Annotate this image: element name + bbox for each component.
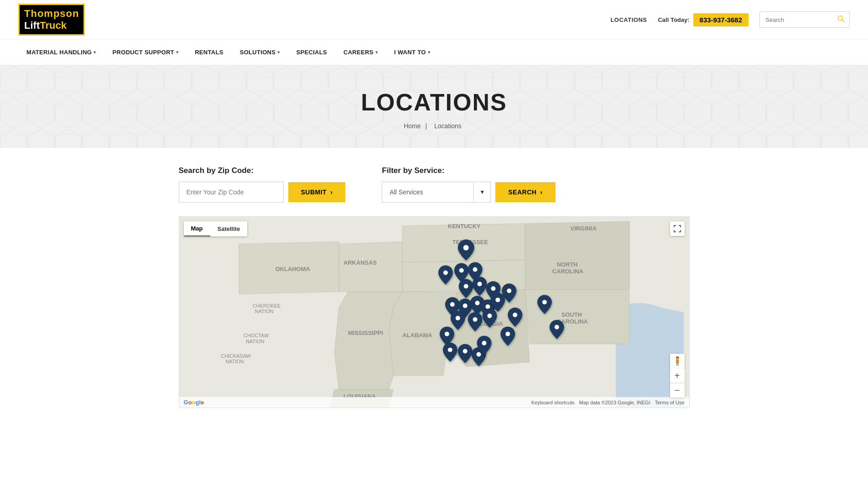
nav-item-i-want-to[interactable]: I WANT TO ▾ bbox=[386, 40, 438, 65]
svg-point-33 bbox=[485, 304, 490, 309]
svg-text:ALABAMA: ALABAMA bbox=[402, 332, 432, 339]
submit-arrow-icon: › bbox=[330, 188, 333, 196]
service-label: Filter by Service: bbox=[382, 166, 555, 175]
svg-text:CHEROKEE: CHEROKEE bbox=[252, 303, 280, 309]
svg-point-35 bbox=[455, 316, 460, 320]
street-view-button[interactable]: 🧍 bbox=[670, 354, 685, 368]
header: Thompson LiftTruck LOCATIONS Call Today:… bbox=[0, 0, 868, 40]
svg-point-36 bbox=[473, 317, 477, 322]
submit-button[interactable]: SUBMIT › bbox=[288, 182, 346, 202]
hero-banner: LOCATIONS Home | Locations bbox=[0, 66, 868, 148]
svg-text:KENTUCKY: KENTUCKY bbox=[447, 223, 480, 230]
zip-row: SUBMIT › bbox=[179, 182, 346, 203]
svg-line-1 bbox=[842, 20, 844, 22]
svg-point-0 bbox=[838, 16, 843, 21]
svg-text:NATION: NATION bbox=[225, 359, 244, 364]
breadcrumb: Home | Locations bbox=[9, 122, 859, 130]
service-row: All Services Forklift Sales Forklift Ren… bbox=[382, 182, 555, 203]
header-search-input[interactable] bbox=[760, 13, 833, 26]
service-section: Filter by Service: All Services Forklift… bbox=[382, 166, 555, 203]
chevron-down-icon: ▾ bbox=[428, 50, 430, 55]
logo-lift-truck: LiftTruck bbox=[24, 20, 67, 31]
logo-lift: Lift bbox=[24, 20, 40, 31]
search-arrow-icon: › bbox=[540, 188, 542, 196]
map-data-credit: Map data ©2023 Google, INEGI bbox=[579, 400, 650, 405]
nav-label-solutions: SOLUTIONS bbox=[240, 49, 276, 56]
nav-item-careers[interactable]: CAREERS ▾ bbox=[335, 40, 386, 65]
zoom-in-icon: + bbox=[675, 371, 680, 381]
svg-text:NATION: NATION bbox=[245, 339, 264, 344]
svg-point-43 bbox=[447, 348, 452, 352]
nav-label-product-support: PRODUCT SUPPORT bbox=[113, 49, 174, 56]
svg-point-34 bbox=[495, 298, 500, 302]
chevron-down-icon: ▾ bbox=[277, 50, 280, 55]
nav-item-material-handling[interactable]: MATERIAL HANDLING ▾ bbox=[18, 40, 104, 65]
call-today-label: Call Today: bbox=[658, 16, 689, 23]
search-button[interactable]: SEARCH › bbox=[495, 182, 555, 202]
service-select[interactable]: All Services Forklift Sales Forklift Ren… bbox=[382, 182, 473, 202]
svg-point-22 bbox=[463, 245, 468, 251]
map-zoom-in-button[interactable]: + bbox=[670, 368, 685, 383]
nav-label-i-want-to: I WANT TO bbox=[394, 49, 426, 56]
svg-point-46 bbox=[482, 341, 486, 345]
nav-label-careers: CAREERS bbox=[343, 49, 374, 56]
svg-text:OKLAHOMA: OKLAHOMA bbox=[275, 266, 310, 272]
zip-label: Search by Zip Code: bbox=[179, 166, 346, 175]
svg-point-23 bbox=[443, 270, 447, 275]
zip-code-input[interactable] bbox=[179, 182, 284, 203]
search-label: SEARCH bbox=[508, 188, 536, 196]
chevron-down-icon: ▾ bbox=[375, 50, 378, 55]
svg-point-38 bbox=[542, 300, 546, 304]
header-locations-link[interactable]: LOCATIONS bbox=[610, 16, 647, 23]
chevron-down-icon: ▾ bbox=[176, 50, 178, 55]
breadcrumb-home[interactable]: Home bbox=[404, 122, 421, 130]
map-view-toggle: Map Satellite bbox=[184, 221, 248, 236]
phone-number[interactable]: 833-937-3682 bbox=[693, 13, 748, 26]
svg-point-32 bbox=[475, 301, 479, 305]
svg-point-26 bbox=[463, 284, 468, 288]
service-dropdown-button[interactable]: ▼ bbox=[473, 183, 490, 202]
nav-item-specials[interactable]: SPECIALS bbox=[288, 40, 335, 65]
svg-text:CHICKASAW: CHICKASAW bbox=[221, 353, 251, 359]
svg-text:CAROLINA: CAROLINA bbox=[552, 268, 583, 275]
header-right: LOCATIONS Call Today: 833-937-3682 bbox=[610, 11, 850, 28]
nav-item-solutions[interactable]: SOLUTIONS ▾ bbox=[232, 40, 288, 65]
header-search-box bbox=[759, 11, 850, 28]
logo-truck: Truck bbox=[40, 20, 67, 31]
map-fullscreen-button[interactable] bbox=[670, 221, 685, 236]
svg-text:ARKANSAS: ARKANSAS bbox=[343, 259, 377, 266]
svg-point-45 bbox=[476, 352, 481, 357]
keyboard-shortcuts-link[interactable]: Keyboard shortcuts bbox=[531, 400, 575, 405]
submit-label: SUBMIT bbox=[301, 188, 327, 196]
svg-point-31 bbox=[463, 303, 467, 308]
nav-item-product-support[interactable]: PRODUCT SUPPORT ▾ bbox=[104, 40, 187, 65]
svg-point-44 bbox=[463, 349, 467, 354]
search-filter-row: Search by Zip Code: SUBMIT › Filter by S… bbox=[179, 166, 690, 203]
logo-area[interactable]: Thompson LiftTruck bbox=[18, 4, 85, 36]
map-view-button[interactable]: Map bbox=[184, 221, 210, 236]
svg-point-28 bbox=[491, 286, 495, 291]
svg-point-24 bbox=[459, 268, 463, 272]
header-call: Call Today: 833-937-3682 bbox=[658, 13, 748, 26]
svg-text:NORTH: NORTH bbox=[556, 261, 577, 268]
svg-text:VIRGINIA: VIRGINIA bbox=[570, 225, 596, 232]
terms-of-use-link[interactable]: Terms of Use bbox=[655, 400, 685, 405]
nav-item-rentals[interactable]: RENTALS bbox=[187, 40, 232, 65]
svg-text:NATION: NATION bbox=[255, 309, 273, 314]
search-icon bbox=[837, 15, 845, 22]
logo[interactable]: Thompson LiftTruck bbox=[18, 4, 85, 36]
zoom-out-icon: − bbox=[675, 385, 680, 396]
service-select-wrap: All Services Forklift Sales Forklift Ren… bbox=[382, 182, 491, 203]
zip-section: Search by Zip Code: SUBMIT › bbox=[179, 166, 346, 203]
svg-point-29 bbox=[507, 288, 511, 293]
map-footer-links: Keyboard shortcuts Map data ©2023 Google… bbox=[531, 400, 685, 405]
svg-text:MISSISSIPPI: MISSISSIPPI bbox=[348, 330, 383, 336]
header-search-button[interactable] bbox=[833, 12, 849, 27]
map-svg: OKLAHOMA CHEROKEE NATION CHOCTAW NATION … bbox=[179, 217, 689, 408]
svg-point-30 bbox=[450, 302, 454, 307]
fullscreen-icon bbox=[674, 225, 681, 232]
map-zoom-out-button[interactable]: − bbox=[670, 383, 685, 398]
map-container: Map Satellite 🧍 + − bbox=[179, 216, 690, 408]
satellite-view-button[interactable]: Satellite bbox=[210, 221, 248, 236]
breadcrumb-separator: | bbox=[425, 122, 427, 130]
